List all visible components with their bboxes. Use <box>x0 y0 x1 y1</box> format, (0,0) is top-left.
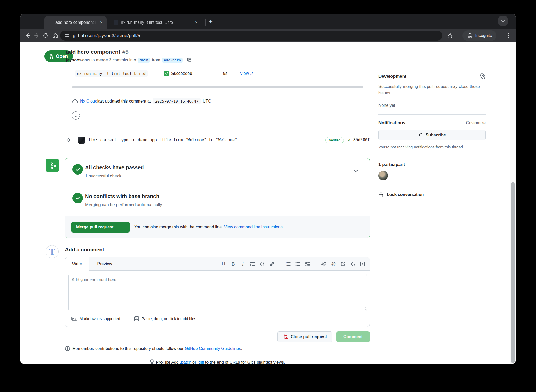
slash-commands-icon[interactable] <box>360 261 365 267</box>
comment-divider-bar <box>72 86 363 88</box>
check-duration-cell: 9s <box>205 68 231 79</box>
quote-icon[interactable] <box>250 261 255 267</box>
merge-pull-request-button[interactable]: Merge pull request <box>71 222 130 233</box>
tab-title: nx run-many -t lint test ... fro <box>121 20 192 25</box>
user-avatar[interactable]: T <box>46 245 59 258</box>
conflicts-section: No conflicts with base branch Merging ca… <box>65 187 370 216</box>
bullet-list-icon[interactable] <box>295 261 301 267</box>
no-conflicts-icon <box>72 193 83 203</box>
numbered-list-icon[interactable]: 12 <box>285 261 291 267</box>
base-branch-chip[interactable]: main <box>138 58 150 63</box>
patch-link[interactable]: .patch <box>180 360 191 364</box>
paste-files-note[interactable]: Paste, drop, or click to add files <box>134 316 196 321</box>
link-icon[interactable] <box>269 261 275 267</box>
commit-message-link[interactable]: fix: correct typo in demo app title from… <box>88 138 325 142</box>
new-tab-button[interactable]: + <box>207 18 215 26</box>
tab-search-chevron-icon[interactable] <box>498 16 508 26</box>
lightbulb-icon <box>150 359 154 364</box>
timeline-line <box>71 68 71 158</box>
url-bar[interactable]: github.com/jaysoo3/acme/pull/5 <box>60 31 442 41</box>
mention-icon[interactable]: @ <box>331 261 336 267</box>
checks-section[interactable]: All checks have passed 1 successful chec… <box>65 158 370 187</box>
browser-menu-icon[interactable] <box>505 32 512 39</box>
check-duration: 9s <box>223 71 227 76</box>
tab-close-icon[interactable]: × <box>193 19 199 26</box>
check-command: nx run-many -t lint test build <box>75 70 148 77</box>
page-scrollbar-track[interactable] <box>510 42 516 364</box>
development-section-header: Development <box>378 73 486 79</box>
gear-icon[interactable] <box>480 73 486 79</box>
home-icon[interactable] <box>52 32 59 39</box>
back-icon[interactable] <box>24 32 31 39</box>
lock-conversation-button[interactable]: Lock conversation <box>378 192 486 198</box>
check-status-cell: Succeeded <box>161 68 205 79</box>
cli-instructions-link[interactable]: View command line instructions. <box>224 225 284 229</box>
tab-preview[interactable]: Preview <box>89 257 120 271</box>
sidebar-divider <box>378 156 486 156</box>
heading-icon[interactable]: H <box>221 261 226 267</box>
pr-author[interactable]: jaysoo <box>66 58 79 63</box>
lock-icon <box>378 192 383 198</box>
markdown-note[interactable]: Markdown is supported <box>71 316 120 321</box>
diff-link[interactable]: .diff <box>197 360 204 364</box>
checks-passed-icon <box>72 164 83 175</box>
cloud-icon <box>72 99 78 103</box>
saved-replies-icon[interactable] <box>350 261 356 267</box>
commit-sha-link[interactable]: 85d500f <box>353 138 370 142</box>
cross-reference-icon[interactable] <box>340 261 346 267</box>
forward-icon[interactable] <box>33 32 41 39</box>
attach-file-icon[interactable] <box>321 261 327 267</box>
copy-branch-icon[interactable] <box>187 58 192 63</box>
customize-link[interactable]: Customize <box>466 121 486 125</box>
verified-badge[interactable]: Verified <box>325 137 344 143</box>
subscribe-button[interactable]: Subscribe <box>378 130 486 140</box>
git-pull-request-icon <box>49 54 54 59</box>
comment-textarea[interactable] <box>68 274 367 311</box>
check-table-row: nx run-many -t lint test build Succeeded… <box>72 68 262 79</box>
add-reaction-button[interactable] <box>72 111 80 120</box>
view-link[interactable]: View <box>240 71 249 76</box>
commit-check-icon: ✓ <box>348 138 351 143</box>
nx-cloud-link[interactable]: Nx Cloud <box>80 99 97 104</box>
chevron-down-icon[interactable] <box>353 168 359 173</box>
task-list-icon[interactable] <box>305 261 310 267</box>
head-branch-chip[interactable]: add-hero <box>162 58 183 63</box>
community-guidelines-link[interactable]: GitHub Community Guidelines <box>185 346 241 351</box>
pr-sticky-header: Open add hero component#5 jaysoo wants t… <box>20 42 516 68</box>
github-pr-page: Open add hero component#5 jaysoo wants t… <box>20 42 516 364</box>
nx-cloud-note: Nx Cloud last updated this comment at 20… <box>72 98 211 104</box>
development-description: Successfully merging this pull request m… <box>378 83 486 97</box>
site-settings-icon[interactable] <box>64 33 70 38</box>
code-icon[interactable] <box>259 261 265 267</box>
tab-nx-run[interactable]: nx run-many -t lint test ... fro × <box>110 16 202 29</box>
merge-status-box: All checks have passed 1 successful chec… <box>65 158 370 238</box>
tab-pr[interactable]: add hero component by jayso × <box>44 16 107 29</box>
pr-title: add hero component#5 <box>66 49 129 55</box>
browser-window: add hero component by jayso × nx run-man… <box>20 14 516 364</box>
git-commit-icon <box>62 136 74 144</box>
tab-write[interactable]: Write <box>65 257 89 271</box>
url-text[interactable]: github.com/jaysoo3/acme/pull/5 <box>73 33 140 38</box>
checks-subtitle: 1 successful check <box>85 173 363 178</box>
tab-strip: add hero component by jayso × nx run-man… <box>20 14 516 29</box>
reload-icon[interactable] <box>42 32 49 39</box>
participant-avatar[interactable] <box>378 171 388 180</box>
resize-grip-icon[interactable] <box>362 307 366 310</box>
page-scrollbar-thumb[interactable] <box>511 182 515 363</box>
development-empty: None yet <box>378 102 486 109</box>
markdown-icon <box>71 317 77 321</box>
close-pull-request-button[interactable]: Close pull request <box>277 331 332 342</box>
checks-title: All checks have passed <box>85 165 363 171</box>
commit-author-avatar[interactable] <box>78 137 85 144</box>
bell-icon <box>418 133 423 138</box>
comment-submit-button[interactable]: Comment <box>336 331 370 342</box>
github-favicon-icon <box>48 20 53 25</box>
timestamp-chip: 2025-07-10 16:46:47 <box>153 98 201 104</box>
bold-icon[interactable]: B <box>230 261 236 267</box>
editor-tab-strip: Write Preview H B I 12 <box>65 257 370 271</box>
bookmark-star-icon[interactable] <box>447 32 453 39</box>
tab-title: add hero component by jayso <box>55 20 97 25</box>
merge-options-caret[interactable] <box>118 222 130 233</box>
tab-close-icon[interactable]: × <box>98 19 104 26</box>
italic-icon[interactable]: I <box>240 261 246 267</box>
